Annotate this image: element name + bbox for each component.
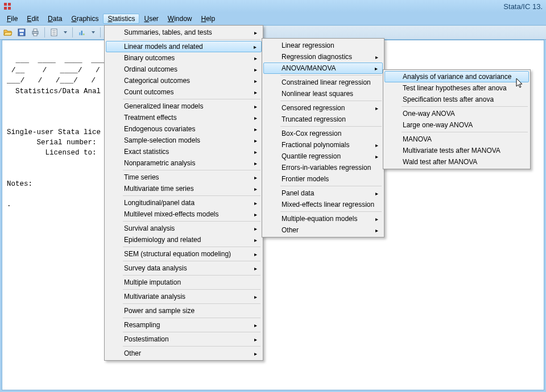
submenu-arrow-icon: ▸ [254, 103, 257, 110]
menu-edit[interactable]: Edit [22, 14, 43, 24]
menuitem-longitudinal[interactable]: Longitudinal/panel data▸ [106, 197, 262, 208]
menuitem-errors-in-variables[interactable]: Errors-in-variables regression [263, 162, 383, 173]
log-icon[interactable] [48, 27, 60, 38]
menuitem-summaries[interactable]: Summaries, tables, and tests▸ [106, 27, 262, 38]
menuitem-analysis-of-variance[interactable]: Analysis of variance and covariance [384, 71, 529, 82]
menuitem-postestimation[interactable]: Postestimation▸ [106, 333, 262, 345]
toolbar-separator [100, 27, 101, 37]
menuitem-survey[interactable]: Survey data analysis▸ [106, 262, 262, 274]
submenu-arrow-icon: ▸ [375, 153, 378, 160]
menuitem-linear-other[interactable]: Other▸ [263, 224, 383, 236]
menuitem-linear-models[interactable]: Linear models and related▸ [106, 41, 262, 52]
menuitem-anova-manova[interactable]: ANOVA/MANOVA▸ [263, 62, 383, 74]
submenu-arrow-icon: ▸ [254, 322, 257, 328]
menu-help[interactable]: Help [197, 14, 220, 24]
linear-models-submenu: Linear regression Regression diagnostics… [262, 38, 384, 237]
svg-rect-6 [20, 33, 23, 35]
menuitem-other[interactable]: Other▸ [106, 348, 262, 359]
menuitem-ordinal[interactable]: Ordinal outcomes▸ [106, 64, 262, 75]
menuitem-quantile-regression[interactable]: Quantile regression▸ [263, 151, 383, 162]
menuitem-categorical[interactable]: Categorical outcomes▸ [106, 75, 262, 86]
svg-rect-5 [19, 30, 24, 32]
save-icon[interactable] [16, 27, 27, 38]
submenu-arrow-icon: ▸ [254, 55, 257, 61]
menuitem-time-series[interactable]: Time series▸ [106, 172, 262, 183]
menuitem-linear-regression[interactable]: Linear regression [263, 40, 383, 51]
menuitem-test-linear-hypotheses[interactable]: Test linear hypotheses after anova [384, 82, 529, 94]
menu-data[interactable]: Data [43, 14, 67, 24]
menuitem-resampling[interactable]: Resampling▸ [106, 319, 262, 331]
open-icon[interactable] [2, 27, 14, 38]
menuitem-wald-test[interactable]: Wald test after MANOVA [384, 156, 529, 168]
toolbar-separator [72, 27, 73, 37]
submenu-arrow-icon: ▸ [254, 186, 257, 192]
submenu-arrow-icon: ▸ [254, 78, 257, 84]
submenu-arrow-icon: ▸ [254, 115, 257, 121]
menuitem-specification-tests[interactable]: Specification tests after anova [384, 94, 529, 105]
menuitem-nonlinear-least-squares[interactable]: Nonlinear least squares [263, 88, 383, 99]
menu-window[interactable]: Window [163, 14, 197, 24]
menuitem-exact[interactable]: Exact statistics▸ [106, 146, 262, 157]
submenu-arrow-icon: ▸ [254, 66, 257, 73]
anova-submenu: Analysis of variance and covariance Test… [383, 69, 531, 169]
menuitem-count[interactable]: Count outcomes▸ [106, 86, 262, 98]
menuitem-sample-selection[interactable]: Sample-selection models▸ [106, 135, 262, 146]
submenu-arrow-icon: ▸ [375, 105, 378, 111]
menuitem-endogenous[interactable]: Endogenous covariates▸ [106, 123, 262, 135]
menuitem-treatment[interactable]: Treatment effects▸ [106, 112, 262, 123]
menuitem-regression-diagnostics[interactable]: Regression diagnostics▸ [263, 51, 383, 62]
svg-rect-3 [8, 7, 11, 10]
menuitem-truncated-regression[interactable]: Truncated regression [263, 114, 383, 125]
submenu-arrow-icon: ▸ [254, 251, 257, 257]
menuitem-manova[interactable]: MANOVA [384, 134, 529, 145]
svg-rect-9 [34, 34, 37, 36]
svg-rect-2 [4, 7, 7, 10]
menuitem-epidemiology[interactable]: Epidemiology and related▸ [106, 234, 262, 245]
menu-graphics[interactable]: Graphics [67, 14, 103, 24]
menu-user[interactable]: User [139, 14, 163, 24]
license-line: Single-user Stata lice [7, 128, 101, 136]
statistics-dropdown: Summaries, tables, and tests▸ Linear mod… [104, 25, 263, 361]
menuitem-boxcox[interactable]: Box-Cox regression [263, 128, 383, 139]
toolbar-separator [44, 27, 45, 37]
menuitem-multivariate-ts[interactable]: Multivariate time series▸ [106, 183, 262, 194]
menuitem-constrained-regression[interactable]: Constrained linear regression [263, 77, 383, 88]
graph-icon[interactable] [76, 27, 88, 38]
submenu-arrow-icon: ▸ [254, 160, 257, 166]
submenu-arrow-icon: ▸ [254, 200, 257, 206]
menuitem-frontier-models[interactable]: Frontier models [263, 173, 383, 185]
menuitem-panel-data[interactable]: Panel data▸ [263, 187, 383, 199]
menuitem-multiple-equation[interactable]: Multiple-equation models▸ [263, 213, 383, 224]
menuitem-multiple-imputation[interactable]: Multiple imputation [106, 277, 262, 288]
submenu-arrow-icon: ▸ [254, 126, 257, 132]
title-bar: Stata/IC 13. [0, 0, 546, 12]
menu-statistics[interactable]: Statistics [103, 14, 139, 24]
menuitem-censored-regression[interactable]: Censored regression▸ [263, 102, 383, 114]
menuitem-large-oneway-anova[interactable]: Large one-way ANOVA [384, 119, 529, 131]
submenu-arrow-icon: ▸ [375, 216, 378, 222]
menuitem-survival[interactable]: Survival analysis▸ [106, 223, 262, 234]
menuitem-multilevel[interactable]: Multilevel mixed-effects models▸ [106, 208, 262, 220]
svg-rect-14 [79, 32, 81, 35]
menuitem-multivariate[interactable]: Multivariate analysis▸ [106, 291, 262, 302]
menu-file[interactable]: File [2, 14, 22, 24]
menuitem-power[interactable]: Power and sample size [106, 305, 262, 316]
submenu-arrow-icon: ▸ [375, 190, 378, 197]
print-icon[interactable] [30, 27, 41, 38]
submenu-arrow-icon: ▸ [375, 54, 378, 60]
menuitem-oneway-anova[interactable]: One-way ANOVA [384, 108, 529, 119]
menuitem-fractional-polynomials[interactable]: Fractional polynomials▸ [263, 139, 383, 151]
menuitem-glm[interactable]: Generalized linear models▸ [106, 101, 262, 112]
submenu-arrow-icon: ▸ [254, 174, 257, 181]
menuitem-multivariate-tests[interactable]: Multivariate tests after MANOVA [384, 145, 529, 156]
log-dropdown-icon[interactable] [62, 27, 69, 38]
menuitem-nonparametric[interactable]: Nonparametric analysis▸ [106, 157, 262, 169]
svg-rect-16 [83, 34, 85, 35]
app-icon [3, 2, 11, 10]
submenu-arrow-icon: ▸ [375, 142, 378, 148]
menuitem-sem[interactable]: SEM (structural equation modeling)▸ [106, 248, 262, 260]
menuitem-mixed-effects[interactable]: Mixed-effects linear regression [263, 199, 383, 210]
license-line: Serial number: [7, 139, 97, 147]
graph-dropdown-icon[interactable] [90, 27, 97, 38]
menuitem-binary[interactable]: Binary outcomes▸ [106, 52, 262, 64]
